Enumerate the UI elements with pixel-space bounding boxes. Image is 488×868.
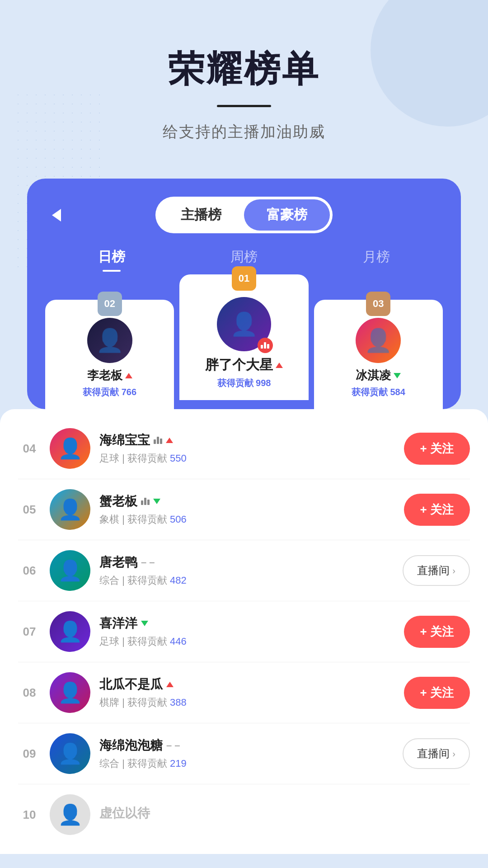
- bars-small-icon: [141, 498, 150, 505]
- tab-anchor-button[interactable]: 主播榜: [158, 199, 244, 231]
- follow-button-4[interactable]: + 关注: [404, 433, 470, 465]
- list-avatar-8: 👤: [50, 672, 90, 713]
- list-name-5: 蟹老板: [99, 493, 395, 510]
- list-rank-9: 09: [18, 747, 41, 761]
- list-info-6: 唐老鸭 – – 综合 | 获得贡献 482: [99, 554, 394, 587]
- list-rank-4: 04: [18, 442, 41, 456]
- list-rank-7: 07: [18, 625, 41, 639]
- list-rank-8: 08: [18, 686, 41, 700]
- trend-up-icon: [125, 373, 132, 378]
- list-item-8: 08 👤 北瓜不是瓜 棋牌 | 获得贡献 388 + 关注: [18, 662, 470, 723]
- list-info-7: 喜洋洋 足球 | 获得贡献 446: [99, 615, 395, 648]
- avatar-container-3: 👤: [356, 318, 401, 363]
- trend-down-icon: [141, 621, 148, 626]
- tab-switcher: 主播榜 富豪榜: [155, 197, 333, 233]
- list-name-8: 北瓜不是瓜: [99, 676, 395, 693]
- follow-button-5[interactable]: + 关注: [404, 494, 470, 526]
- live-indicator: [258, 338, 273, 353]
- list-item-10: 10 👤 虚位以待: [18, 784, 470, 845]
- avatar-container-2: 👤: [87, 318, 132, 363]
- avatar-2: 👤: [87, 318, 132, 363]
- list-meta-6: 综合 | 获得贡献 482: [99, 574, 394, 587]
- tab-rich-button[interactable]: 富豪榜: [244, 199, 330, 231]
- back-chevron-icon: [52, 209, 61, 222]
- bars-icon: [261, 342, 269, 349]
- title-divider: [217, 105, 271, 107]
- list-name-10: 虚位以待: [99, 805, 470, 822]
- chevron-right-icon: ›: [452, 566, 455, 576]
- avatar-3: 👤: [356, 318, 401, 363]
- list-name-9: 海绵泡泡糖 – –: [99, 737, 394, 754]
- contribution-2: 获得贡献 766: [51, 386, 169, 398]
- trend-up-icon: [166, 682, 174, 687]
- list-item-4: 04 👤 海绵宝宝 足球 | 获得贡献 550 + 关注: [18, 418, 470, 479]
- trend-up-icon: [166, 438, 173, 443]
- list-item-9: 09 👤 海绵泡泡糖 – – 综合 | 获得贡献 219 直播间 ›: [18, 723, 470, 784]
- list-item-7: 07 👤 喜洋洋 足球 | 获得贡献 446 + 关注: [18, 601, 470, 662]
- list-info-8: 北瓜不是瓜 棋牌 | 获得贡献 388: [99, 676, 395, 709]
- top-nav: 主播榜 富豪榜: [45, 197, 443, 233]
- contribution-3: 获得贡献 584: [319, 386, 437, 398]
- follow-button-8[interactable]: + 关注: [404, 677, 470, 709]
- rank-badge-2: 02: [98, 292, 122, 316]
- list-name-4: 海绵宝宝: [99, 432, 395, 449]
- rank-badge-1: 01: [232, 266, 256, 291]
- list-name-6: 唐老鸭 – –: [99, 554, 394, 571]
- live-button-9[interactable]: 直播间 ›: [403, 738, 470, 769]
- rank-badge-3: 03: [366, 292, 390, 316]
- chevron-right-icon: ›: [452, 749, 455, 759]
- list-meta-5: 象棋 | 获得贡献 506: [99, 513, 395, 526]
- follow-button-7[interactable]: + 关注: [404, 616, 470, 648]
- podium-rank-3: 03 👤 冰淇凌 获得贡献 584: [314, 300, 443, 409]
- list-info-5: 蟹老板 象棋 | 获得贡献 506: [99, 493, 395, 526]
- podium-name-1: 胖了个大星: [185, 356, 303, 374]
- list-meta-9: 综合 | 获得贡献 219: [99, 757, 394, 770]
- page-title: 荣耀榜单: [0, 45, 488, 94]
- list-avatar-5: 👤: [50, 489, 90, 530]
- avatar-container-1: 👤: [217, 297, 271, 351]
- list-meta-7: 足球 | 获得贡献 446: [99, 635, 395, 648]
- podium-rank-2: 02 👤 李老板 获得贡献 766: [45, 300, 174, 409]
- trend-down-icon: [153, 499, 160, 504]
- list-avatar-7: 👤: [50, 611, 90, 652]
- list-meta-4: 足球 | 获得贡献 550: [99, 452, 395, 465]
- list-meta-8: 棋牌 | 获得贡献 388: [99, 696, 395, 709]
- placeholder-avatar-10: 👤: [50, 794, 90, 835]
- period-tab-monthly[interactable]: 月榜: [363, 248, 390, 270]
- list-rank-6: 06: [18, 564, 41, 578]
- podium-name-3: 冰淇凌: [319, 368, 437, 383]
- podium: 02 👤 李老板 获得贡献 766 01 👤: [45, 283, 443, 409]
- list-rank-10: 10: [18, 808, 41, 822]
- list-avatar-4: 👤: [50, 428, 90, 469]
- list-name-7: 喜洋洋: [99, 615, 395, 632]
- podium-rank-1: 01 👤 胖了个大星 获得贡献 998: [179, 274, 308, 400]
- bars-small-icon: [154, 437, 162, 444]
- main-card: 主播榜 富豪榜 日榜 周榜 月榜 02 👤 李老板 获得贡献 766: [27, 179, 461, 409]
- podium-name-2: 李老板: [51, 368, 169, 383]
- list-item-5: 05 👤 蟹老板 象棋 | 获得贡献 506 + 关注: [18, 479, 470, 540]
- header: 荣耀榜单 给支持的主播加油助威: [0, 0, 488, 160]
- list-item-6: 06 👤 唐老鸭 – – 综合 | 获得贡献 482 直播间 ›: [18, 540, 470, 601]
- trend-up-icon: [276, 363, 283, 368]
- trend-down-icon: [394, 373, 401, 378]
- list-avatar-9: 👤: [50, 733, 90, 774]
- list-info-4: 海绵宝宝 足球 | 获得贡献 550: [99, 432, 395, 465]
- period-tab-daily[interactable]: 日榜: [98, 248, 125, 270]
- list-info-9: 海绵泡泡糖 – – 综合 | 获得贡献 219: [99, 737, 394, 770]
- contribution-1: 获得贡献 998: [185, 377, 303, 389]
- page-subtitle: 给支持的主播加油助威: [0, 122, 488, 142]
- list-info-10: 虚位以待: [99, 805, 470, 825]
- back-button[interactable]: [45, 204, 68, 226]
- list-avatar-6: 👤: [50, 550, 90, 591]
- list-section: 04 👤 海绵宝宝 足球 | 获得贡献 550 + 关注: [0, 409, 488, 854]
- live-button-6[interactable]: 直播间 ›: [403, 555, 470, 586]
- list-rank-5: 05: [18, 503, 41, 517]
